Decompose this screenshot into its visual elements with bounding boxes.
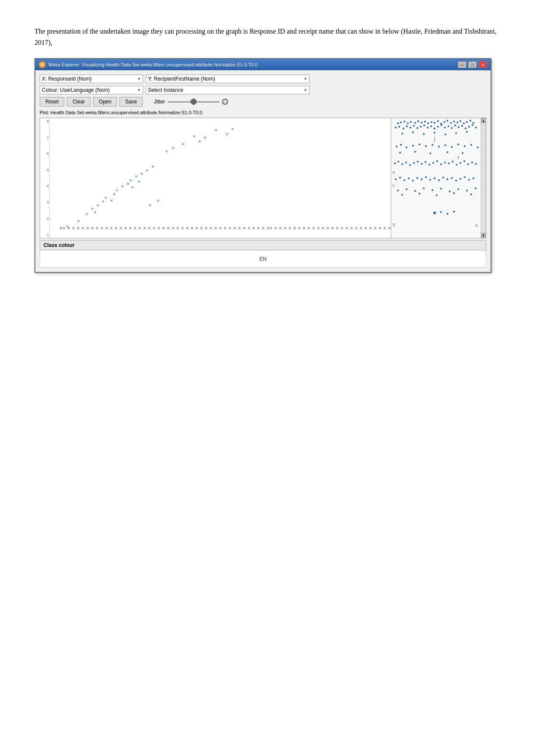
svg-point-73 [458,126,460,128]
svg-point-167 [447,213,448,215]
svg-text:×: × [146,168,149,173]
svg-point-60 [413,125,415,127]
svg-point-56 [398,126,400,128]
weka-titlebar: W Weka Explorer: Visualizing Health Data… [35,59,491,70]
scroll-up-button[interactable]: ▲ [481,118,486,123]
y-axis-arrow: ▼ [303,77,307,81]
scroll-track [481,123,486,233]
svg-point-97 [457,144,459,145]
scroll-down-button[interactable]: ▼ [481,233,486,238]
svg-point-123 [456,164,457,166]
intro-paragraph: The presentation of the undertaken image… [34,26,500,48]
svg-point-77 [472,124,473,126]
svg-point-126 [467,163,469,165]
svg-point-168 [453,211,455,212]
svg-text:×: × [225,131,228,136]
x-ticks-row1: RR R R R R R R R R R R R R R R R R R R R… [60,227,391,230]
y-axis-dropdown[interactable]: Y: RecipientFirstName (Nom) ▼ [146,75,310,83]
svg-point-166 [440,211,442,213]
weka-icon: W [39,61,46,68]
x-axis-area: RR R R R R R R R R R R R R R R R R R R R… [50,225,391,238]
svg-point-161 [419,193,420,194]
svg-point-121 [448,162,450,164]
svg-point-137 [425,176,427,178]
reset-button[interactable]: Reset [40,97,64,106]
svg-point-103 [429,153,431,154]
svg-point-102 [414,151,416,153]
svg-point-63 [423,125,425,126]
scatter-svg: × × + + + × + + × × + × × × × × × [50,118,391,238]
x-axis-ticks: RR R R R R R R R R R R R R R R R R R R R… [50,226,391,238]
svg-text:×: × [392,170,395,175]
svg-point-119 [440,163,442,165]
svg-point-140 [438,179,440,181]
svg-text:×: × [215,128,218,133]
jitter-label: Jitter [154,99,165,105]
y-tick-5: 5 [41,169,49,172]
x-axis-dropdown[interactable]: X: ResponseId (Nom) ▼ [40,75,143,83]
svg-point-157 [457,188,459,190]
svg-point-159 [475,187,476,189]
svg-point-98 [464,145,466,147]
select-instance-dropdown[interactable]: Select Instance ▼ [146,86,310,94]
svg-point-108 [397,161,399,162]
svg-point-153 [423,187,425,189]
svg-point-41 [431,121,432,123]
jitter-slider[interactable] [168,101,219,103]
svg-point-150 [397,190,399,191]
class-colour-content: EN [40,250,486,268]
clear-button[interactable]: Clear [67,97,91,106]
svg-text:×: × [77,219,80,224]
svg-point-76 [468,126,470,128]
restore-button[interactable]: □ [468,61,477,68]
svg-text:×: × [151,164,154,169]
svg-point-65 [430,125,432,127]
y-tick-3: 3 [41,201,49,204]
svg-point-151 [406,188,407,190]
svg-text:Y: Y [392,184,395,188]
svg-point-107 [394,162,396,164]
svg-point-94 [438,146,440,147]
svg-point-116 [429,164,430,166]
svg-point-49 [457,122,458,123]
svg-point-147 [468,179,470,181]
sidebar-x-label: S [392,222,395,227]
svg-point-117 [432,162,434,164]
y-tick-7: 7 [41,136,49,139]
svg-point-124 [460,162,461,164]
svg-point-47 [450,122,452,124]
y-tick-1: 1 [41,233,49,236]
select-instance-arrow: ▼ [303,88,307,92]
save-button[interactable]: Save [119,97,142,106]
y-axis-ticks: 8 7 6 5 4 3 2 1 [40,118,50,238]
svg-text:×: × [138,179,141,184]
svg-text:×: × [181,141,185,146]
svg-point-78 [475,127,477,128]
toolbar-row: Reset Clear Open Save Jitter [40,97,486,106]
svg-point-113 [417,161,419,162]
close-button[interactable]: ✕ [479,61,487,68]
open-button[interactable]: Open [93,97,117,106]
svg-point-88 [400,144,402,146]
svg-point-71 [451,127,453,129]
minimize-button[interactable]: — [458,61,466,68]
svg-point-50 [460,120,461,122]
svg-point-89 [406,147,407,148]
svg-point-33 [404,121,405,122]
colour-dropdown[interactable]: Colour: UserLanguage (Nom) ▼ [40,86,143,94]
svg-point-62 [420,126,422,128]
svg-point-36 [414,122,416,124]
plot-area: 8 7 6 5 4 3 2 1 × × + + + × [40,118,486,238]
titlebar-text: Weka Explorer: Visualizing Health Data S… [48,62,258,67]
svg-text:×: × [131,185,134,190]
svg-point-162 [436,194,438,196]
svg-point-61 [416,127,418,129]
colour-row: Colour: UserLanguage (Nom) ▼ Select Inst… [40,86,486,94]
svg-point-54 [472,122,474,124]
svg-text:×: × [94,210,97,215]
svg-point-165 [433,212,436,214]
svg-point-111 [409,164,411,166]
svg-point-132 [404,179,405,181]
svg-point-115 [425,161,426,163]
svg-point-37 [417,120,419,122]
